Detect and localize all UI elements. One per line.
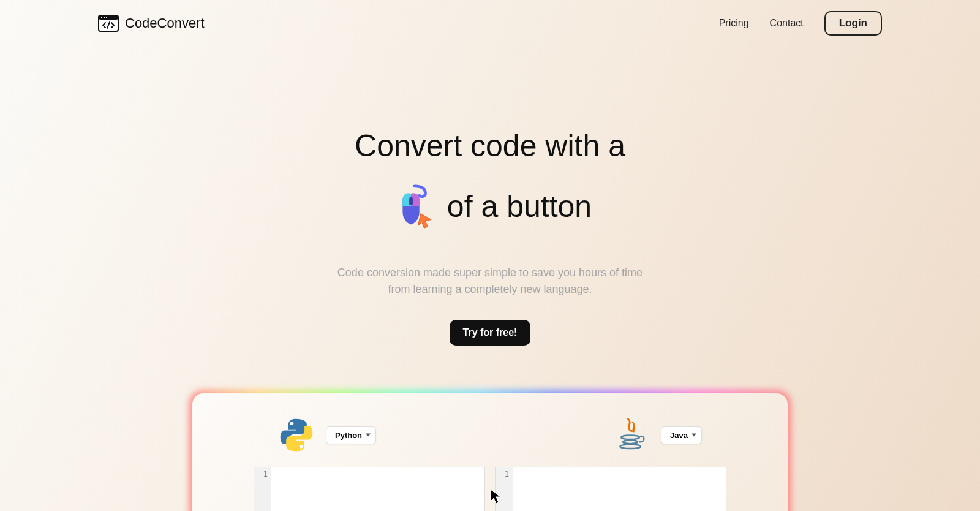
source-language-select[interactable]: Python: [326, 426, 376, 444]
nav-pricing[interactable]: Pricing: [719, 18, 749, 29]
python-icon: [278, 417, 315, 453]
hero-subtitle-line2: from learning a completely new language.: [0, 281, 980, 298]
svg-rect-6: [409, 197, 413, 205]
target-language-select[interactable]: Java: [661, 426, 702, 444]
svg-point-3: [104, 17, 105, 18]
hero: Convert code with a of a button Code con…: [0, 127, 980, 346]
svg-point-2: [101, 17, 102, 18]
java-icon: [613, 417, 650, 453]
hero-subtitle: Code conversion made super simple to sav…: [0, 265, 980, 298]
nav: Pricing Contact Login: [719, 11, 882, 36]
svg-point-4: [106, 17, 107, 18]
source-line-number: 1: [254, 470, 268, 479]
svg-point-10: [623, 440, 638, 444]
svg-point-11: [620, 444, 641, 449]
target-line-number: 1: [496, 470, 509, 479]
target-language-group: Java: [613, 417, 702, 453]
target-language-value: Java: [670, 431, 688, 440]
mouse-click-icon: [388, 183, 436, 230]
source-editor[interactable]: 1: [254, 467, 485, 511]
source-language-value: Python: [335, 431, 362, 440]
hero-title-line2: of a button: [0, 183, 980, 230]
editors-row: 1 1: [254, 467, 726, 511]
svg-point-7: [290, 422, 294, 425]
source-editor-body[interactable]: [271, 467, 484, 511]
target-editor[interactable]: 1: [495, 467, 726, 511]
brand-name: CodeConvert: [125, 15, 205, 31]
svg-point-8: [300, 445, 303, 449]
target-editor-body[interactable]: [513, 467, 726, 511]
language-row: Python Java: [254, 417, 726, 453]
source-language-group: Python: [278, 417, 376, 453]
hero-title-suffix: of a button: [447, 188, 592, 225]
demo-card: Python Java: [192, 393, 788, 511]
login-button[interactable]: Login: [824, 11, 882, 36]
try-free-button[interactable]: Try for free!: [450, 320, 531, 346]
nav-contact[interactable]: Contact: [770, 18, 804, 29]
source-editor-gutter: 1: [254, 467, 271, 511]
header: CodeConvert Pricing Contact Login: [0, 0, 980, 36]
svg-point-9: [621, 435, 639, 439]
target-editor-gutter: 1: [496, 467, 513, 511]
brand[interactable]: CodeConvert: [98, 15, 205, 32]
code-window-icon: [98, 15, 119, 32]
hero-title-line1: Convert code with a: [0, 127, 980, 164]
hero-subtitle-line1: Code conversion made super simple to sav…: [0, 265, 980, 281]
demo-panel: Python Java: [192, 393, 788, 511]
